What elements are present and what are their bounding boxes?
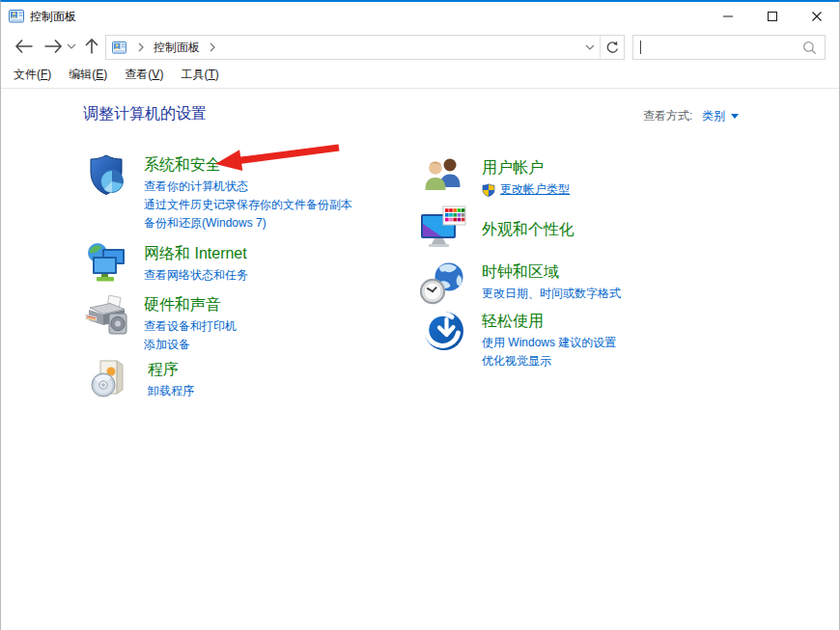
breadcrumb-item-control-panel[interactable]: 控制面板 [154, 40, 200, 56]
up-button[interactable] [81, 31, 102, 62]
ease-of-access-icon[interactable] [423, 310, 465, 370]
recent-locations-button[interactable] [65, 31, 78, 62]
category-appearance-personalization: 外观和个性化 [420, 205, 574, 254]
link-file-history-backup[interactable]: 通过文件历史记录保存你的文件备份副本 [144, 196, 352, 214]
refresh-button[interactable] [600, 36, 624, 59]
address-bar[interactable]: 控制面板 [105, 35, 625, 60]
clock-globe-icon[interactable] [420, 260, 467, 309]
category-ease-of-access: 轻松使用 使用 Windows 建议的设置 优化视觉显示 [423, 310, 616, 370]
search-box [632, 35, 826, 60]
category-hardware-and-sound: 硬件和声音 查看设备和打印机 添加设备 [85, 293, 237, 354]
menu-view[interactable]: 查看(V) [116, 67, 172, 83]
menu-tools[interactable]: 工具(T) [172, 67, 227, 83]
category-network-and-internet: 网络和 Internet 查看网络状态和任务 [86, 242, 248, 288]
view-by-dropdown[interactable]: 类别 [702, 108, 739, 124]
titlebar: 控制面板 [1, 2, 839, 31]
maximize-icon [767, 11, 778, 22]
uac-shield-icon [482, 183, 495, 197]
shield-pie-icon[interactable] [86, 153, 128, 233]
view-by-control: 查看方式: 类别 [643, 108, 739, 124]
menu-edit[interactable]: 编辑(E) [60, 67, 116, 83]
close-icon [811, 11, 823, 22]
link-change-account-type[interactable]: 更改帐户类型 [482, 180, 570, 199]
user-accounts-icon[interactable] [423, 156, 465, 199]
chevron-down-icon [67, 43, 76, 49]
link-change-date-time-number[interactable]: 更改日期、时间或数字格式 [482, 285, 621, 303]
close-button[interactable] [795, 2, 839, 31]
printer-speaker-icon[interactable] [85, 293, 128, 354]
category-system-and-security: 系统和安全 查看你的计算机状态 通过文件历史记录保存你的文件备份副本 备份和还原… [86, 153, 352, 233]
program-disc-icon[interactable] [90, 358, 132, 402]
link-uninstall-program[interactable]: 卸载程序 [148, 382, 194, 400]
search-icon [802, 41, 817, 55]
back-button[interactable] [13, 31, 36, 62]
control-panel-icon [112, 41, 126, 55]
link-programs[interactable]: 程序 [148, 360, 194, 379]
link-suggested-settings[interactable]: 使用 Windows 建议的设置 [482, 334, 616, 352]
maximize-button[interactable] [750, 2, 795, 31]
link-hardware-and-sound[interactable]: 硬件和声音 [144, 295, 237, 315]
menu-bar: 文件(F) 编辑(E) 查看(V) 工具(T) [1, 62, 839, 89]
category-clock-and-region: 时钟和区域 更改日期、时间或数字格式 [420, 260, 621, 309]
navigation-bar: 控制面板 [1, 31, 839, 62]
link-network-and-internet[interactable]: 网络和 Internet [144, 244, 248, 263]
up-arrow-icon [84, 38, 99, 55]
forward-button[interactable] [42, 31, 65, 62]
minimize-icon [722, 11, 734, 22]
category-programs: 程序 卸载程序 [90, 358, 194, 402]
personalization-icon[interactable] [420, 205, 466, 254]
link-add-device[interactable]: 添加设备 [144, 336, 237, 354]
menu-file[interactable]: 文件(F) [5, 67, 60, 83]
dropdown-triangle-icon [731, 114, 739, 119]
link-check-computer-status[interactable]: 查看你的计算机状态 [144, 178, 352, 196]
back-arrow-icon [14, 39, 34, 54]
link-clock-and-region[interactable]: 时钟和区域 [482, 262, 621, 282]
window-controls [706, 2, 839, 31]
minimize-button[interactable] [706, 2, 750, 31]
network-monitors-icon[interactable] [86, 242, 128, 288]
breadcrumb-chevron-icon[interactable] [209, 42, 216, 52]
forward-arrow-icon [43, 39, 63, 54]
search-input[interactable] [641, 41, 802, 54]
link-ease-of-access[interactable]: 轻松使用 [482, 312, 616, 331]
breadcrumb-chevron-icon[interactable] [137, 42, 145, 52]
link-backup-restore-win7[interactable]: 备份和还原(Windows 7) [144, 214, 352, 233]
view-by-label: 查看方式: [643, 108, 692, 124]
window-title: 控制面板 [30, 9, 76, 25]
link-network-status-tasks[interactable]: 查看网络状态和任务 [144, 266, 248, 285]
link-view-devices-printers[interactable]: 查看设备和打印机 [144, 317, 237, 336]
link-system-and-security[interactable]: 系统和安全 [144, 155, 352, 175]
control-panel-icon [9, 9, 24, 24]
chevron-down-icon [585, 44, 595, 50]
link-optimize-visual-display[interactable]: 优化视觉显示 [482, 352, 616, 370]
refresh-icon [605, 41, 620, 55]
category-user-accounts: 用户帐户 更改帐户类型 [423, 156, 570, 199]
previous-locations-button[interactable] [580, 36, 600, 59]
link-user-accounts[interactable]: 用户帐户 [482, 158, 570, 178]
link-appearance-personalization[interactable]: 外观和个性化 [482, 220, 574, 239]
control-panel-window: 控制面板 [0, 0, 840, 630]
page-title: 调整计算机的设置 [83, 104, 207, 124]
